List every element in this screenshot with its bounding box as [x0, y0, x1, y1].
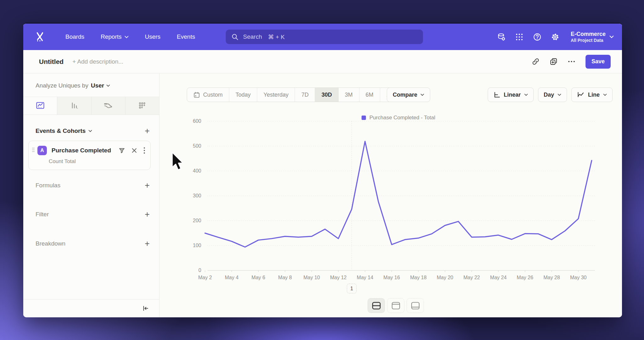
app-window: Boards Reports Users Events Search ⌘ + K	[23, 23, 622, 317]
add-formula-button[interactable]: +	[145, 182, 150, 189]
drag-handle-icon[interactable]	[32, 147, 35, 154]
chart-type-dropdown[interactable]: Line	[571, 88, 613, 102]
event-card[interactable]: A Purchase Completed Count T	[28, 141, 151, 170]
range-label: 7D	[301, 92, 308, 98]
calendar-icon	[193, 92, 200, 98]
add-breakdown-button[interactable]: +	[145, 241, 150, 247]
events-cohorts-dropdown[interactable]: Events & Cohorts	[36, 128, 92, 134]
scale-dropdown[interactable]: Linear	[488, 88, 534, 102]
nav-right-cluster: E-Commerce All Project Data	[497, 24, 614, 50]
save-button[interactable]: Save	[586, 55, 611, 69]
bar-chart-icon	[69, 101, 79, 110]
breakdown-section: Breakdown +	[36, 240, 150, 247]
layout-bottom-button[interactable]	[407, 298, 424, 313]
tab-bar-chart[interactable]	[57, 97, 91, 115]
add-event-button[interactable]: +	[145, 128, 150, 134]
layout-split-button[interactable]	[368, 298, 385, 313]
layout-top-button[interactable]	[387, 298, 404, 313]
chevron-down-icon	[88, 130, 92, 132]
range-yesterday[interactable]: Yesterday	[257, 88, 295, 102]
line-chart[interactable]: 0100200300400500600May 2May 4May 6May 8M…	[189, 117, 601, 286]
data-management-icon[interactable]	[497, 33, 506, 41]
remove-event-icon[interactable]	[131, 148, 137, 153]
svg-text:May 6: May 6	[252, 275, 265, 280]
help-icon[interactable]	[533, 33, 541, 41]
nav-item-reports[interactable]: Reports	[101, 33, 129, 40]
compare-dropdown[interactable]: Compare	[387, 88, 430, 102]
chevron-down-icon	[524, 94, 528, 96]
tab-retention[interactable]	[125, 97, 159, 115]
search-icon	[231, 33, 238, 40]
range-label: 6M	[366, 92, 374, 98]
filter-event-icon[interactable]	[119, 147, 125, 154]
settings-gear-icon[interactable]	[551, 33, 559, 41]
chart-top-layout-icon	[391, 302, 401, 310]
svg-text:500: 500	[193, 143, 201, 149]
split-horizontal-layout-icon	[372, 302, 381, 310]
range-today[interactable]: Today	[229, 88, 257, 102]
event-metric[interactable]: Count Total	[49, 158, 145, 165]
chevron-down-icon	[609, 35, 614, 38]
chart-options: Linear Day Line	[488, 88, 613, 102]
nav-item-label: Events	[177, 33, 195, 40]
search-placeholder: Search	[243, 33, 262, 40]
search-shortcut: ⌘ + K	[268, 33, 285, 41]
svg-text:May 2: May 2	[198, 275, 212, 280]
add-description-field[interactable]: + Add description...	[72, 58, 123, 65]
sidebar-footer	[23, 299, 159, 317]
nav-menu: Boards Reports Users Events	[65, 33, 195, 40]
nav-item-events[interactable]: Events	[177, 33, 195, 40]
range-7d[interactable]: 7D	[295, 88, 315, 102]
tab-insights-line[interactable]	[23, 97, 57, 115]
tab-flow[interactable]	[91, 97, 125, 115]
range-30d[interactable]: 30D	[315, 88, 338, 102]
nav-item-boards[interactable]: Boards	[65, 33, 84, 40]
event-name[interactable]: Purchase Completed	[52, 147, 119, 154]
interval-dropdown[interactable]: Day	[538, 88, 567, 102]
project-switcher[interactable]: E-Commerce All Project Data	[571, 31, 614, 43]
chart-panel: Custom Today Yesterday 7D 30D 3M 6M 12M …	[159, 73, 622, 317]
svg-text:May 30: May 30	[570, 275, 587, 280]
analyze-value: User	[91, 82, 104, 89]
filter-section: Filter +	[36, 211, 150, 218]
interval-label: Day	[544, 92, 554, 98]
chart-bottom-layout-icon	[411, 302, 420, 310]
flow-icon	[103, 101, 113, 110]
more-icon[interactable]	[568, 58, 575, 65]
mixpanel-logo-icon[interactable]	[35, 31, 45, 42]
svg-text:400: 400	[193, 168, 201, 173]
range-6m[interactable]: 6M	[359, 88, 380, 102]
svg-text:600: 600	[193, 118, 201, 124]
scale-label: Linear	[504, 92, 521, 98]
collapse-sidebar-icon[interactable]	[142, 305, 149, 312]
retention-dots-icon	[137, 101, 147, 110]
range-label: 3M	[345, 92, 353, 98]
event-options-icon[interactable]	[143, 147, 145, 154]
events-cohorts-header: Events & Cohorts +	[36, 128, 150, 134]
svg-text:May 10: May 10	[303, 275, 320, 280]
svg-text:May 20: May 20	[437, 275, 453, 280]
link-icon[interactable]	[532, 58, 540, 65]
svg-text:May 8: May 8	[278, 275, 292, 280]
compare-label: Compare	[393, 92, 417, 98]
range-label: Custom	[203, 92, 223, 98]
analyze-value-dropdown[interactable]: User	[91, 82, 110, 89]
events-cohorts-label: Events & Cohorts	[36, 128, 86, 134]
project-name: E-Commerce	[571, 31, 606, 38]
chart-type-tabs	[23, 97, 159, 115]
range-3m[interactable]: 3M	[338, 88, 359, 102]
search-input[interactable]: Search ⌘ + K	[226, 30, 423, 44]
analyze-uniques-row: Analyze Uniques by User	[36, 82, 159, 89]
range-custom[interactable]: Custom	[187, 88, 229, 102]
report-title[interactable]: Untitled	[39, 58, 64, 65]
chevron-down-icon	[420, 94, 424, 96]
line-chart-icon	[577, 91, 585, 98]
duplicate-icon[interactable]	[550, 58, 558, 65]
nav-item-users[interactable]: Users	[145, 33, 161, 40]
annotation-marker[interactable]: 1	[347, 284, 357, 293]
chart-type-label: Line	[588, 92, 600, 98]
svg-text:May 12: May 12	[330, 275, 347, 280]
app-grid-icon[interactable]	[515, 33, 524, 41]
svg-text:May 26: May 26	[517, 275, 533, 280]
add-filter-button[interactable]: +	[145, 211, 150, 218]
